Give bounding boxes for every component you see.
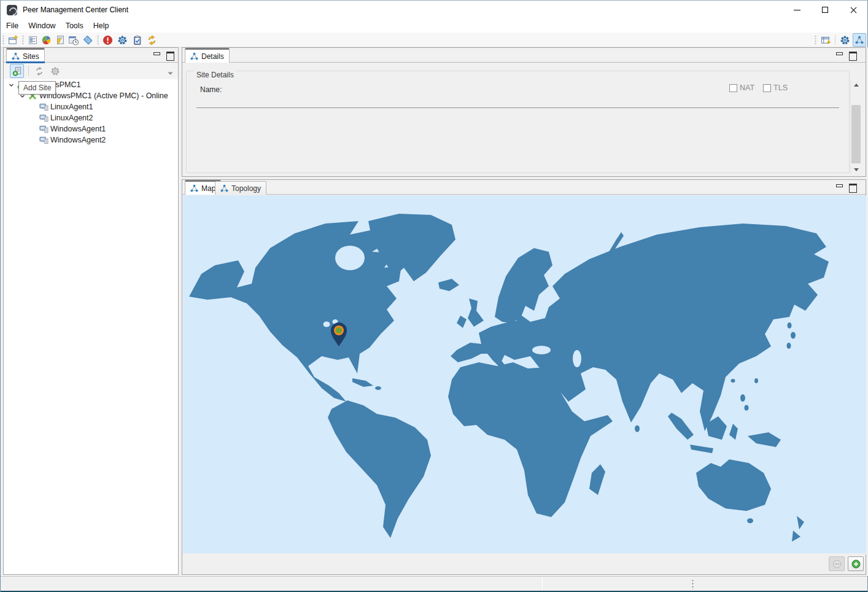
- panel-maximize-button[interactable]: [848, 51, 857, 59]
- add-site-tooltip: Add Site: [18, 81, 56, 95]
- tree-row-agent[interactable]: LinuxAgent1: [4, 101, 178, 112]
- sites-tree: WindowsPMC1 WindowsPMC1 (Active PMC: [4, 79, 178, 574]
- toolbar-grip[interactable]: [815, 35, 816, 45]
- close-icon: [850, 7, 857, 14]
- panel-minimize-button[interactable]: [152, 51, 161, 59]
- network-triangle-icon: [190, 184, 198, 192]
- tags-button[interactable]: [81, 33, 95, 47]
- tls-checkbox-group: TLS: [763, 84, 788, 92]
- gear-icon: [840, 35, 850, 45]
- details-panel-header: Details: [182, 48, 866, 63]
- agent-icon: [38, 125, 49, 133]
- world-map[interactable]: [183, 195, 866, 555]
- toolbar-grip[interactable]: [22, 35, 24, 45]
- clipboard-check-icon: [132, 35, 142, 45]
- map-panel-header: Map Topology: [182, 180, 866, 195]
- gear-icon: [117, 35, 128, 45]
- name-label: Name:: [200, 85, 222, 94]
- alert-icon: [103, 35, 113, 45]
- preferences-button[interactable]: [26, 33, 39, 47]
- new-window-icon: [8, 35, 18, 45]
- site-option-checkboxes: NAT TLS: [729, 84, 788, 92]
- tree-label: LinuxAgent1: [50, 103, 93, 111]
- pin-center: [336, 327, 342, 333]
- tab-sites[interactable]: Sites: [6, 48, 45, 63]
- sites-view-toolbar: [4, 63, 178, 79]
- minimize-icon: [794, 10, 800, 10]
- window-title: Peer Management Center Client: [23, 6, 128, 14]
- map-panel: Map Topology: [182, 179, 866, 575]
- tls-checkbox[interactable]: [763, 84, 771, 92]
- sites-panel-buttons: [152, 51, 174, 59]
- details-scrollbar[interactable]: [850, 80, 861, 175]
- toolbar-grip[interactable]: [97, 35, 99, 45]
- add-site-button[interactable]: [10, 64, 24, 78]
- scroll-up-button[interactable]: [851, 80, 861, 90]
- scrollbar-thumb[interactable]: [851, 105, 861, 163]
- details-panel: Details Site Details Name: NAT: [182, 47, 866, 177]
- open-perspective-button[interactable]: [819, 33, 832, 47]
- site-settings-button[interactable]: [48, 64, 62, 78]
- nat-checkbox[interactable]: [729, 84, 737, 92]
- minimize-button[interactable]: [783, 1, 811, 19]
- tree-row-agent[interactable]: LinuxAgent2: [4, 112, 178, 123]
- tree-label: WindowsAgent2: [50, 136, 106, 144]
- tab-topology[interactable]: Topology: [215, 181, 266, 195]
- main-toolbar: [1, 33, 867, 47]
- alerts-button[interactable]: [101, 33, 114, 47]
- settings-perspective-button[interactable]: [838, 33, 851, 47]
- settings-button[interactable]: [115, 33, 129, 47]
- nat-checkbox-group: NAT: [729, 84, 754, 92]
- app-window: Peer Management Center Client File Windo…: [0, 0, 868, 592]
- tab-details[interactable]: Details: [185, 48, 230, 63]
- schedule-button[interactable]: [66, 33, 80, 47]
- agent-icon: [38, 103, 49, 111]
- jobs-button[interactable]: [53, 33, 66, 47]
- map-zoom-in-button[interactable]: [848, 556, 864, 571]
- maximize-button[interactable]: [811, 1, 839, 19]
- tab-topology-label: Topology: [231, 184, 261, 193]
- menu-window[interactable]: Window: [23, 20, 60, 31]
- network-triangle-icon: [12, 52, 20, 60]
- panel-maximize-button[interactable]: [848, 183, 857, 191]
- network-triangle-icon: [855, 36, 864, 44]
- menu-help[interactable]: Help: [88, 20, 114, 31]
- tree-row-agent[interactable]: WindowsAgent1: [4, 123, 178, 134]
- panel-maximize-button[interactable]: [166, 51, 174, 59]
- map-panel-buttons: [835, 183, 857, 191]
- view-menu-button[interactable]: [168, 69, 173, 77]
- network-perspective-button[interactable]: [853, 33, 866, 47]
- dashboard-button[interactable]: [39, 33, 53, 47]
- menu-tools[interactable]: Tools: [61, 20, 88, 31]
- scroll-down-button[interactable]: [851, 165, 861, 175]
- new-window-button[interactable]: [6, 33, 20, 47]
- chevron-down-icon: [168, 72, 173, 76]
- window-controls: [783, 1, 867, 19]
- tree-row-agent[interactable]: WindowsAgent2: [4, 134, 178, 146]
- panel-minimize-button[interactable]: [835, 183, 843, 191]
- group-title: Site Details: [194, 71, 236, 79]
- panel-minimize-button[interactable]: [835, 51, 843, 59]
- app-logo-icon: [7, 5, 17, 15]
- map-zoom-out-button[interactable]: [829, 556, 845, 571]
- expander-icon[interactable]: [6, 82, 16, 88]
- menu-file[interactable]: File: [1, 20, 23, 31]
- preferences-list-icon: [28, 35, 38, 45]
- close-button[interactable]: [839, 1, 867, 19]
- refresh-button[interactable]: [32, 64, 46, 78]
- world-map-svg: [183, 195, 866, 555]
- add-site-icon: [12, 66, 22, 76]
- statusbar-grip[interactable]: [692, 579, 694, 590]
- refresh-icon: [34, 66, 44, 76]
- zoom-out-icon: [832, 559, 842, 569]
- tasks-button[interactable]: [130, 33, 144, 47]
- tree-label: WindowsPMC1 (Active PMC) - Online: [39, 92, 168, 100]
- details-content: Site Details Name: NAT TLS: [182, 63, 866, 176]
- toolbar-grip[interactable]: [2, 35, 4, 45]
- agent-icon: [38, 114, 49, 122]
- tree-label: LinuxAgent2: [50, 114, 93, 122]
- titlebar: Peer Management Center Client: [1, 1, 867, 19]
- sync-button[interactable]: [145, 33, 158, 47]
- calendar-clock-icon: [68, 35, 79, 45]
- name-field-underline: [196, 107, 839, 108]
